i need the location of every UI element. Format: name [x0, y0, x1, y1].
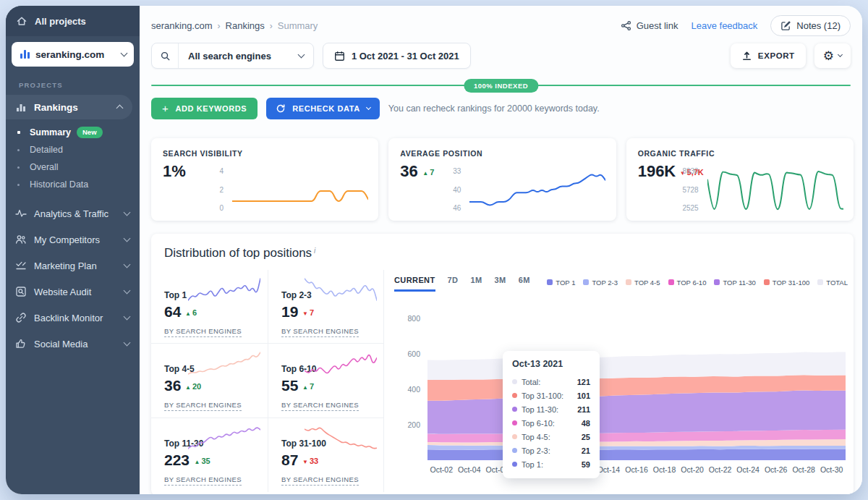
sidebar-item-label: My Competitors	[34, 234, 117, 245]
sidebar-item-my-competitors[interactable]: My Competitors	[6, 226, 140, 253]
refresh-icon	[276, 103, 286, 114]
legend-item-total[interactable]: TOTAL	[817, 279, 848, 287]
bullet-icon	[17, 184, 30, 186]
legend-item-top-31-100[interactable]: TOP 31-100	[764, 279, 809, 287]
recheck-data-button[interactable]: RECHECK DATA	[266, 98, 380, 119]
tooltip-row: Top 4-5:25	[512, 430, 590, 444]
up-triangle-icon: ▲	[185, 384, 191, 391]
metric-label: SEARCH VISIBILITY	[163, 149, 243, 158]
stat-top-2-3: Top 2-319▼7BY SEARCH ENGINES	[268, 270, 384, 344]
tooltip-series-value: 48	[582, 419, 590, 428]
leave-feedback-link[interactable]: Leave feedback	[692, 20, 758, 31]
tab-1m[interactable]: 1M	[470, 273, 482, 292]
stat-delta: ▲6	[185, 308, 197, 317]
stacked-area-chart[interactable]: 800600400200 Oct-02Oct-04Oct-06Oct-08Oct…	[394, 295, 854, 480]
stat-value: 87	[281, 452, 298, 469]
legend-item-top-2-3[interactable]: TOP 2-3	[583, 279, 618, 287]
up-triangle-icon: ▲	[302, 384, 308, 391]
chart-tabs-row: CURRENT7D1M3M6M TOP 1TOP 2-3TOP 4-5TOP 6…	[394, 270, 854, 295]
notes-button[interactable]: Notes (12)	[770, 15, 851, 36]
sidebar-item-website-audit[interactable]: Website Audit	[6, 279, 140, 305]
index-progress: 100% INDEXED	[151, 79, 851, 91]
sidebar-item-rankings[interactable]: Rankings	[6, 95, 132, 119]
by-search-engines-link[interactable]: BY SEARCH ENGINES	[281, 475, 359, 486]
distribution-title: Distribution of top positions	[164, 246, 312, 260]
by-search-engines-link[interactable]: BY SEARCH ENGINES	[164, 475, 242, 486]
guest-link-button[interactable]: Guest link	[621, 20, 678, 31]
sidebar-subitem-summary[interactable]: SummaryNew	[6, 124, 140, 141]
stat-delta: ▼33	[302, 457, 318, 465]
sidebar-item-marketing-plan[interactable]: Marketing Plan	[6, 253, 140, 279]
tab-3m[interactable]: 3M	[495, 273, 506, 292]
search-engines-select[interactable]: All search engines	[151, 43, 314, 69]
metric-delta: ▲7	[422, 168, 434, 177]
by-search-engines-link[interactable]: BY SEARCH ENGINES	[281, 327, 359, 337]
link-icon	[15, 312, 27, 323]
bullet-dot	[17, 149, 20, 151]
x-axis-tick: Oct-02	[425, 465, 457, 474]
legend-item-top-11-30[interactable]: TOP 11-30	[714, 279, 755, 287]
distribution-card: Distribution of top positions i Top 164▲…	[151, 234, 854, 494]
settings-button[interactable]: ⚙	[814, 43, 851, 68]
metric-card-average-position: AVERAGE POSITION36▲7334046	[388, 138, 616, 221]
pencil-square-icon	[780, 20, 791, 31]
bullet-icon	[17, 149, 30, 151]
metric-card-search-visibility: SEARCH VISIBILITY1%420	[151, 138, 378, 221]
project-selector[interactable]: seranking.com	[12, 42, 134, 67]
chevron-down-icon	[124, 261, 131, 268]
projects-section-label: PROJECTS	[19, 81, 140, 89]
down-triangle-icon: ▼	[302, 459, 308, 465]
chevron-down-icon	[124, 209, 131, 216]
add-keywords-button[interactable]: + ADD KEYWORDS	[151, 98, 258, 119]
control-bar: All search engines 1 Oct 2021 - 31 Oct 2…	[151, 43, 851, 69]
bullet-icon	[17, 166, 30, 169]
sidebar-subitem-detailed[interactable]: Detailed	[6, 141, 140, 158]
spark-axis-ticks: 893057282525	[673, 167, 699, 212]
guest-link-label: Guest link	[637, 20, 678, 31]
pulse-icon	[15, 208, 27, 219]
sidebar-subitem-historical-data[interactable]: Historical Data	[6, 176, 140, 193]
legend-item-top-1[interactable]: TOP 1	[547, 279, 575, 287]
sidebar-item-analytics-traffic[interactable]: Analytics & Traffic	[6, 200, 140, 226]
search-icon	[152, 43, 179, 68]
tooltip-row: Top 2-3:21	[512, 444, 590, 457]
breadcrumb-separator: ›	[270, 21, 273, 31]
info-icon[interactable]: i	[314, 247, 315, 255]
legend-label: TOP 31-100	[773, 279, 809, 287]
date-range-picker[interactable]: 1 Oct 2021 - 31 Oct 2021	[323, 43, 471, 69]
stacked-area-svg	[427, 310, 846, 460]
top1-mini-sparkline	[188, 276, 260, 303]
subitem-label: Overall	[30, 162, 59, 172]
tab-current[interactable]: CURRENT	[394, 273, 435, 292]
home-icon	[16, 15, 27, 27]
spark-axis-ticks: 334046	[435, 167, 461, 212]
recheck-note: You can recheck rankings for 20000 keywo…	[388, 103, 600, 114]
legend-item-top-6-10[interactable]: TOP 6-10	[668, 279, 707, 287]
export-button[interactable]: EXPORT	[731, 43, 806, 68]
sidebar-subitem-overall[interactable]: Overall	[6, 158, 140, 176]
sidebar-item-label: Marketing Plan	[34, 260, 117, 271]
series-dot-icon	[512, 420, 517, 425]
by-search-engines-link[interactable]: BY SEARCH ENGINES	[164, 401, 242, 411]
x-axis-tick: Oct-24	[732, 465, 764, 474]
project-bars-icon	[20, 50, 30, 59]
average_position-sparkline	[469, 167, 605, 215]
sidebar-item-social-media[interactable]: Social Media	[6, 331, 140, 357]
bullet-icon	[17, 131, 30, 134]
breadcrumb-item[interactable]: seranking.com	[151, 20, 213, 31]
tab-7d[interactable]: 7D	[448, 273, 459, 292]
tab-6m[interactable]: 6M	[519, 273, 530, 292]
y-axis-tick: 800	[394, 314, 420, 323]
by-search-engines-link[interactable]: BY SEARCH ENGINES	[281, 401, 359, 411]
audit-icon	[15, 286, 27, 297]
sidebar-item-backlink-monitor[interactable]: Backlink Monitor	[6, 305, 140, 331]
breadcrumb-item[interactable]: Rankings	[226, 20, 265, 31]
tooltip-series-label: Top 2-3:	[522, 446, 577, 455]
legend-item-top-4-5[interactable]: TOP 4-5	[626, 279, 660, 287]
legend-swatch	[583, 279, 589, 285]
series-dot-icon	[512, 393, 517, 398]
all-projects-label: All projects	[35, 16, 86, 27]
all-projects-link[interactable]: All projects	[6, 6, 140, 36]
by-search-engines-link[interactable]: BY SEARCH ENGINES	[164, 327, 242, 337]
x-axis-tick: Oct-16	[621, 465, 652, 474]
